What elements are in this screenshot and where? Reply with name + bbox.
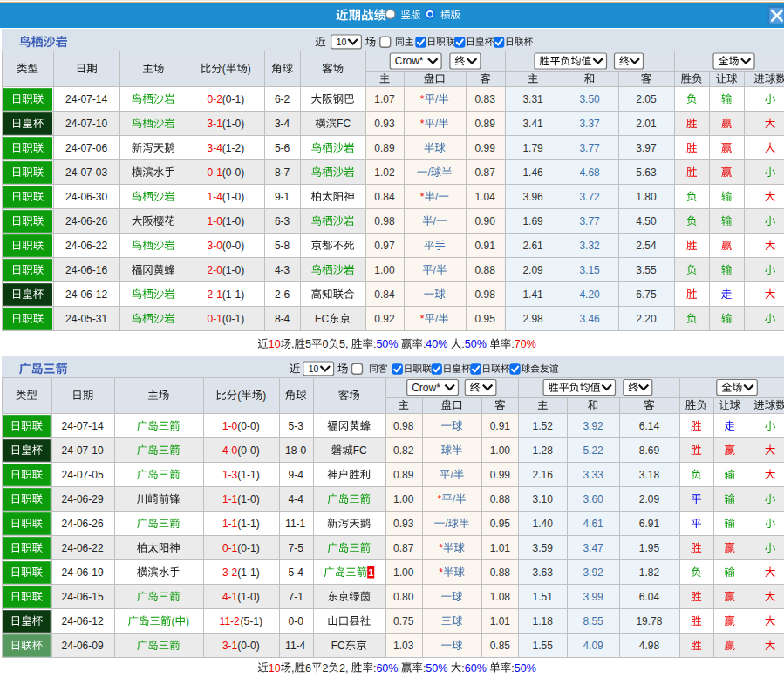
svg-text:2.54: 2.54	[636, 240, 657, 252]
svg-text:3.18: 3.18	[639, 469, 660, 481]
svg-text:1.07: 1.07	[374, 93, 395, 105]
svg-text:2-0: 2-0	[208, 264, 223, 276]
svg-text:): )	[248, 63, 251, 75]
svg-text:Crow*: Crow*	[395, 55, 424, 67]
svg-text:0.89: 0.89	[393, 469, 414, 481]
svg-text:0.84: 0.84	[374, 191, 395, 203]
svg-text:2.05: 2.05	[636, 93, 657, 105]
svg-text:(: (	[172, 615, 175, 627]
svg-text:0-1: 0-1	[208, 313, 223, 325]
svg-text:3.97: 3.97	[636, 142, 657, 154]
svg-text:5.63: 5.63	[636, 166, 657, 179]
svg-text:3.47: 3.47	[583, 542, 603, 554]
svg-text:24-06-22: 24-06-22	[62, 542, 104, 554]
svg-text:(1-0): (1-0)	[222, 215, 244, 227]
svg-text:1.01: 1.01	[490, 542, 511, 554]
svg-text:4.98: 4.98	[639, 640, 660, 652]
svg-text:1.00: 1.00	[490, 444, 511, 457]
svg-text:1.95: 1.95	[639, 542, 660, 554]
svg-text:0.84: 0.84	[374, 288, 395, 301]
svg-text:1.03: 1.03	[393, 640, 414, 652]
svg-text:1.52: 1.52	[533, 420, 554, 432]
svg-text:24-07-05: 24-07-05	[62, 469, 104, 481]
svg-text:24-06-26: 24-06-26	[65, 215, 107, 227]
svg-text:3.72: 3.72	[579, 191, 600, 203]
svg-text:5-4: 5-4	[289, 566, 304, 579]
svg-text:1: 1	[368, 567, 373, 578]
svg-text:10: 10	[269, 662, 281, 675]
svg-text:4-4: 4-4	[289, 493, 304, 505]
svg-text:1.08: 1.08	[490, 591, 511, 603]
svg-text:3-0: 3-0	[208, 240, 223, 252]
svg-text:(1-2): (1-2)	[222, 142, 244, 154]
svg-text:4-0: 4-0	[222, 444, 238, 457]
svg-text:0.90: 0.90	[475, 215, 496, 227]
svg-text:0.87: 0.87	[393, 542, 414, 554]
svg-text:*: *	[420, 93, 425, 105]
svg-text:3.96: 3.96	[522, 191, 543, 203]
svg-text:Crow*: Crow*	[412, 382, 440, 394]
svg-text:3.15: 3.15	[579, 264, 600, 276]
svg-text:0.88: 0.88	[490, 493, 511, 505]
svg-text:*: *	[439, 566, 443, 579]
svg-text:*: *	[420, 191, 425, 203]
svg-text:24-06-30: 24-06-30	[65, 191, 107, 203]
svg-text:1.02: 1.02	[374, 166, 395, 179]
svg-text:1-1: 1-1	[222, 493, 238, 505]
svg-text:1-0: 1-0	[208, 215, 223, 227]
svg-text:0-0: 0-0	[289, 615, 304, 627]
svg-text:(1-1): (1-1)	[237, 566, 259, 579]
svg-text:,: ,	[291, 662, 294, 675]
svg-text:0.95: 0.95	[490, 518, 511, 530]
svg-text:19.78: 19.78	[636, 615, 662, 627]
svg-text:1.51: 1.51	[533, 591, 554, 603]
svg-text:7-5: 7-5	[289, 542, 304, 554]
svg-text:60%: 60%	[376, 662, 398, 675]
svg-text:3.33: 3.33	[583, 469, 603, 481]
svg-text:3.32: 3.32	[579, 240, 600, 252]
svg-text:1.00: 1.00	[393, 566, 414, 579]
svg-text:0.97: 0.97	[374, 240, 395, 252]
svg-text:3-4: 3-4	[275, 118, 290, 130]
svg-text:(: (	[222, 63, 226, 75]
svg-text:0.83: 0.83	[475, 93, 496, 105]
svg-text:3.60: 3.60	[583, 493, 603, 505]
svg-text:8.55: 8.55	[583, 615, 603, 627]
svg-text:1.00: 1.00	[393, 493, 414, 505]
svg-text:7-1: 7-1	[289, 591, 304, 603]
svg-text:6.04: 6.04	[639, 591, 660, 603]
svg-text:1.79: 1.79	[522, 142, 543, 154]
svg-text:24-06-12: 24-06-12	[62, 615, 104, 627]
svg-text:2.09: 2.09	[522, 264, 543, 276]
svg-text:6: 6	[305, 662, 311, 675]
svg-text:3-4: 3-4	[208, 142, 223, 154]
svg-text:(0-0): (0-0)	[222, 166, 244, 179]
svg-text:6.75: 6.75	[636, 288, 657, 301]
svg-text:5-6: 5-6	[275, 142, 290, 154]
svg-text:40%: 40%	[426, 338, 447, 350]
svg-text:5-8: 5-8	[275, 240, 290, 252]
svg-text:6.91: 6.91	[639, 518, 660, 530]
svg-text:0.75: 0.75	[393, 615, 414, 627]
svg-text:11-2: 11-2	[220, 615, 240, 627]
svg-text:0-1: 0-1	[222, 542, 238, 554]
svg-text:0.98: 0.98	[374, 215, 395, 227]
svg-text:0.88: 0.88	[475, 264, 496, 276]
svg-text:4.20: 4.20	[579, 288, 600, 301]
svg-text:(0-0): (0-0)	[222, 240, 244, 252]
svg-text:8.69: 8.69	[639, 444, 660, 457]
svg-text:24-07-14: 24-07-14	[65, 93, 107, 105]
svg-text:0.93: 0.93	[374, 118, 395, 130]
svg-text:FC: FC	[331, 640, 345, 652]
svg-text:1-4: 1-4	[208, 191, 223, 203]
svg-text:24-07-14: 24-07-14	[62, 420, 104, 432]
svg-text:(: (	[237, 390, 241, 402]
svg-text:11-4: 11-4	[285, 640, 305, 652]
svg-text:0.99: 0.99	[475, 142, 496, 154]
svg-text:,: ,	[291, 338, 294, 350]
svg-text:0.91: 0.91	[475, 240, 496, 252]
svg-text:): )	[262, 390, 266, 402]
svg-text:2.16: 2.16	[533, 469, 554, 481]
svg-text:(1-1): (1-1)	[237, 469, 259, 481]
svg-text:1.82: 1.82	[639, 566, 660, 579]
